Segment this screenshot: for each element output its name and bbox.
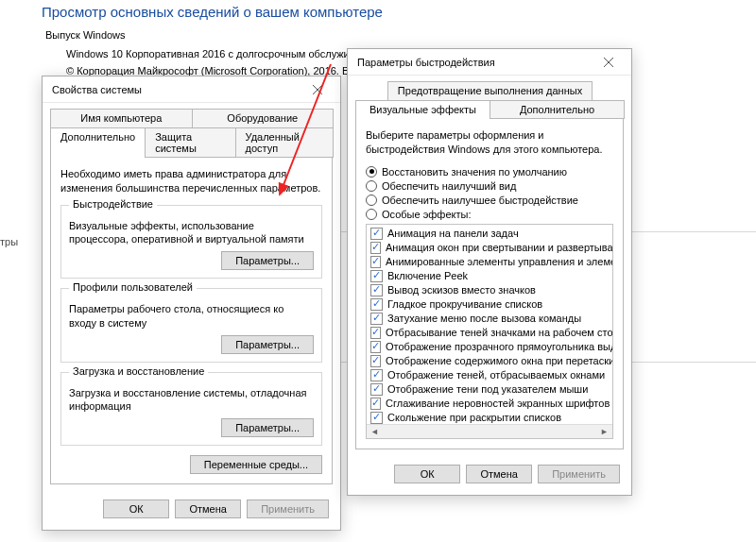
intro-text: Выберите параметры оформления и быстроде… — [366, 128, 613, 157]
ok-button[interactable]: ОК — [103, 500, 169, 518]
tab-hardware[interactable]: Оборудование — [192, 109, 335, 127]
checkbox-icon — [370, 369, 383, 381]
effect-checkbox[interactable]: Скольжение при раскрытии списков — [370, 411, 609, 425]
dialog-title: Параметры быстродействия — [357, 57, 495, 68]
tab-remote[interactable]: Удаленный доступ — [235, 127, 335, 158]
tab-visual-effects[interactable]: Визуальные эффекты — [355, 100, 490, 119]
close-icon[interactable] — [592, 52, 626, 73]
system-properties-dialog: Свойства системы Имя компьютера Оборудов… — [42, 76, 341, 531]
sysprops-tabs-row1: Имя компьютера Оборудование — [50, 109, 333, 127]
checkbox-icon — [370, 313, 383, 325]
effect-label: Сглаживание неровностей экранных шрифтов — [386, 398, 610, 409]
titlebar-perfopts: Параметры быстродействия — [348, 49, 631, 76]
group-performance: Быстродействие Визуальные эффекты, испол… — [60, 205, 322, 279]
tab-computer-name[interactable]: Имя компьютера — [50, 109, 193, 127]
group-desc-perf: Визуальные эффекты, использование процес… — [69, 219, 314, 246]
ok-button[interactable]: ОК — [394, 465, 460, 483]
radio-label: Особые эффекты: — [382, 209, 471, 220]
group-title-perf: Быстродействие — [69, 198, 157, 210]
checkbox-icon — [370, 270, 383, 282]
page-title: Просмотр основных сведений о вашем компь… — [42, 4, 756, 20]
checkbox-icon — [370, 398, 381, 410]
group-desc-profiles: Параметры рабочего стола, относящиеся ко… — [69, 302, 314, 330]
effect-checkbox[interactable]: Анимация на панели задач — [370, 227, 609, 241]
checkbox-icon — [370, 383, 383, 396]
checkbox-icon — [370, 412, 383, 424]
effect-label: Вывод эскизов вместо значков — [387, 284, 536, 296]
effect-checkbox[interactable]: Затухание меню после вызова команды — [370, 312, 609, 326]
effect-label: Анимация на панели задач — [387, 228, 519, 239]
effects-list[interactable]: Анимация на панели задачАнимация окон пр… — [366, 224, 613, 439]
admin-note: Необходимо иметь права администратора дл… — [60, 167, 322, 195]
radios: Восстановить значения по умолчаниюОбеспе… — [366, 166, 613, 220]
effect-checkbox[interactable]: Отображение содержимого окна при перетас… — [370, 354, 609, 368]
performance-settings-button[interactable]: Параметры... — [221, 251, 314, 270]
effect-label: Гладкое прокручивание списков — [387, 298, 542, 310]
checkbox-icon — [370, 242, 381, 254]
env-vars-button[interactable]: Переменные среды... — [190, 455, 322, 474]
effect-checkbox[interactable]: Отображение теней, отбрасываемых окнами — [370, 368, 609, 382]
checkbox-icon — [370, 256, 381, 268]
sysprops-footer: ОК Отмена Применить — [43, 490, 340, 530]
effect-checkbox[interactable]: Вывод эскизов вместо значков — [370, 283, 609, 297]
effect-label: Анимированные элементы управления и элем… — [386, 256, 613, 267]
scroll-right-icon[interactable]: ► — [597, 425, 611, 437]
radio-option[interactable]: Обеспечить наилучшее быстродействие — [366, 195, 613, 206]
effect-checkbox[interactable]: Отображение тени под указателем мыши — [370, 382, 609, 397]
effect-label: Скольжение при раскрытии списков — [387, 412, 561, 423]
horizontal-scrollbar[interactable]: ◄ ► — [367, 424, 612, 438]
perfopts-tabs-row1: Предотвращение выполнения данных — [355, 81, 624, 100]
effect-label: Затухание меню после вызова команды — [387, 313, 581, 324]
checkbox-icon — [370, 228, 383, 240]
cancel-button[interactable]: Отмена — [175, 500, 241, 518]
effect-checkbox[interactable]: Гладкое прокручивание списков — [370, 297, 609, 312]
effect-label: Отображение теней, отбрасываемых окнами — [387, 369, 605, 381]
cancel-button[interactable]: Отмена — [466, 465, 532, 483]
checkbox-icon — [370, 355, 381, 367]
performance-options-dialog: Параметры быстродействия Предотвращение … — [347, 48, 632, 496]
radio-option[interactable]: Особые эффекты: — [366, 209, 613, 220]
effect-checkbox[interactable]: Анимация окон при свертывании и разверты… — [370, 241, 609, 255]
edition-heading: Выпуск Windows — [45, 29, 756, 41]
visual-effects-panel: Выберите параметры оформления и быстроде… — [355, 118, 624, 449]
checkbox-icon — [370, 327, 381, 339]
checkbox-icon — [370, 298, 383, 311]
checkbox-icon — [370, 284, 383, 296]
effect-checkbox[interactable]: Включение Peek — [370, 269, 609, 283]
effect-checkbox[interactable]: Отбрасывание теней значками на рабочем с… — [370, 326, 609, 340]
effect-checkbox[interactable]: Анимированные элементы управления и элем… — [370, 255, 609, 269]
radio-label: Обеспечить наилучшее быстродействие — [382, 195, 578, 206]
radio-option[interactable]: Восстановить значения по умолчанию — [366, 166, 613, 178]
tab-advanced-perf[interactable]: Дополнительно — [490, 100, 625, 119]
radio-label: Восстановить значения по умолчанию — [382, 166, 567, 178]
group-title-boot: Загрузка и восстановление — [69, 365, 208, 377]
group-title-profiles: Профили пользователей — [69, 281, 197, 293]
scroll-left-icon[interactable]: ◄ — [368, 425, 382, 437]
group-boot: Загрузка и восстановление Загрузка и вос… — [60, 372, 322, 447]
sidebar-fragment: тры — [0, 236, 18, 247]
effect-label: Отображение прозрачного прямоугольника в… — [386, 341, 613, 352]
perfopts-tabs-row2: Визуальные эффекты Дополнительно — [355, 100, 624, 119]
sysprops-tabs-row2: Дополнительно Защита системы Удаленный д… — [50, 127, 333, 158]
effect-checkbox[interactable]: Отображение прозрачного прямоугольника в… — [370, 340, 609, 354]
tab-dep[interactable]: Предотвращение выполнения данных — [387, 81, 593, 100]
effect-checkbox[interactable]: Сглаживание неровностей экранных шрифтов — [370, 397, 609, 411]
group-desc-boot: Загрузка и восстановление системы, отлад… — [69, 386, 314, 414]
radio-icon — [366, 166, 377, 178]
effect-label: Анимация окон при свертывании и разверты… — [386, 242, 613, 253]
perfopts-footer: ОК Отмена Применить — [348, 455, 631, 495]
close-icon[interactable] — [301, 79, 335, 100]
tab-system-protection[interactable]: Защита системы — [145, 127, 235, 158]
tab-advanced[interactable]: Дополнительно — [50, 127, 146, 158]
profiles-settings-button[interactable]: Параметры... — [221, 335, 314, 354]
radio-icon — [366, 180, 377, 192]
radio-option[interactable]: Обеспечить наилучший вид — [366, 180, 613, 192]
apply-button[interactable]: Применить — [538, 465, 620, 483]
effect-label: Отображение тени под указателем мыши — [387, 383, 588, 395]
apply-button[interactable]: Применить — [247, 500, 329, 518]
radio-icon — [366, 195, 377, 206]
effect-label: Отображение содержимого окна при перетас… — [386, 355, 613, 366]
sysprops-advanced-panel: Необходимо иметь права администратора дл… — [50, 157, 333, 484]
radio-icon — [366, 209, 377, 220]
boot-settings-button[interactable]: Параметры... — [221, 418, 314, 437]
